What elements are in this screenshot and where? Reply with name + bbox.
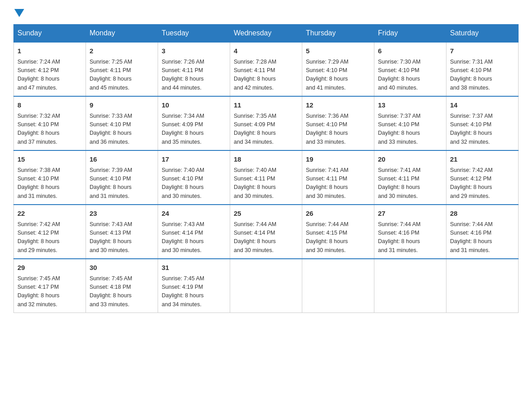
day-number: 21 xyxy=(450,154,515,165)
page-header xyxy=(13,9,519,15)
day-cell-16: 16Sunrise: 7:39 AMSunset: 4:10 PMDayligh… xyxy=(86,150,158,205)
day-cell-15: 15Sunrise: 7:38 AMSunset: 4:10 PMDayligh… xyxy=(14,150,86,205)
day-info: Sunrise: 7:35 AMSunset: 4:09 PMDaylight:… xyxy=(234,112,298,147)
day-number: 8 xyxy=(17,100,82,111)
day-number: 29 xyxy=(17,263,82,273)
day-info: Sunrise: 7:44 AMSunset: 4:16 PMDaylight:… xyxy=(450,220,515,255)
day-number: 22 xyxy=(17,209,82,219)
empty-cell xyxy=(230,259,302,313)
weekday-header-sunday: Sunday xyxy=(14,25,86,43)
day-cell-28: 28Sunrise: 7:44 AMSunset: 4:16 PMDayligh… xyxy=(446,205,519,259)
day-info: Sunrise: 7:42 AMSunset: 4:12 PMDaylight:… xyxy=(450,166,515,201)
week-row-5: 29Sunrise: 7:45 AMSunset: 4:17 PMDayligh… xyxy=(14,259,519,313)
day-cell-19: 19Sunrise: 7:41 AMSunset: 4:11 PMDayligh… xyxy=(302,150,374,205)
day-cell-8: 8Sunrise: 7:32 AMSunset: 4:10 PMDaylight… xyxy=(14,96,86,150)
day-cell-23: 23Sunrise: 7:43 AMSunset: 4:13 PMDayligh… xyxy=(86,205,158,259)
day-number: 5 xyxy=(306,46,370,56)
day-cell-10: 10Sunrise: 7:34 AMSunset: 4:09 PMDayligh… xyxy=(158,96,230,150)
day-info: Sunrise: 7:42 AMSunset: 4:12 PMDaylight:… xyxy=(17,220,82,255)
day-cell-3: 3Sunrise: 7:26 AMSunset: 4:11 PMDaylight… xyxy=(158,42,230,96)
day-number: 24 xyxy=(162,209,226,219)
empty-cell xyxy=(374,259,446,313)
week-row-2: 8Sunrise: 7:32 AMSunset: 4:10 PMDaylight… xyxy=(14,96,519,150)
day-info: Sunrise: 7:36 AMSunset: 4:10 PMDaylight:… xyxy=(306,112,370,147)
empty-cell xyxy=(446,259,519,313)
day-number: 13 xyxy=(378,100,442,111)
day-info: Sunrise: 7:26 AMSunset: 4:11 PMDaylight:… xyxy=(162,58,226,93)
day-cell-20: 20Sunrise: 7:41 AMSunset: 4:11 PMDayligh… xyxy=(374,150,446,205)
day-number: 28 xyxy=(450,209,515,219)
day-number: 16 xyxy=(90,154,154,165)
day-info: Sunrise: 7:41 AMSunset: 4:11 PMDaylight:… xyxy=(306,166,370,201)
weekday-header-row: SundayMondayTuesdayWednesdayThursdayFrid… xyxy=(14,25,519,43)
day-info: Sunrise: 7:25 AMSunset: 4:11 PMDaylight:… xyxy=(90,58,154,93)
day-number: 30 xyxy=(90,263,154,273)
day-number: 23 xyxy=(90,209,154,219)
day-cell-25: 25Sunrise: 7:44 AMSunset: 4:14 PMDayligh… xyxy=(230,205,302,259)
weekday-header-friday: Friday xyxy=(374,25,446,43)
day-info: Sunrise: 7:44 AMSunset: 4:16 PMDaylight:… xyxy=(378,220,442,255)
weekday-header-thursday: Thursday xyxy=(302,25,374,43)
day-number: 25 xyxy=(234,209,298,219)
logo-arrow-icon xyxy=(14,9,24,19)
day-info: Sunrise: 7:44 AMSunset: 4:15 PMDaylight:… xyxy=(306,220,370,255)
day-number: 14 xyxy=(450,100,515,111)
day-info: Sunrise: 7:24 AMSunset: 4:12 PMDaylight:… xyxy=(17,58,82,93)
day-info: Sunrise: 7:41 AMSunset: 4:11 PMDaylight:… xyxy=(378,166,442,201)
day-cell-18: 18Sunrise: 7:40 AMSunset: 4:11 PMDayligh… xyxy=(230,150,302,205)
day-info: Sunrise: 7:28 AMSunset: 4:11 PMDaylight:… xyxy=(234,58,298,93)
day-number: 11 xyxy=(234,100,298,111)
day-info: Sunrise: 7:38 AMSunset: 4:10 PMDaylight:… xyxy=(17,166,82,201)
day-info: Sunrise: 7:39 AMSunset: 4:10 PMDaylight:… xyxy=(90,166,154,201)
day-cell-11: 11Sunrise: 7:35 AMSunset: 4:09 PMDayligh… xyxy=(230,96,302,150)
weekday-header-wednesday: Wednesday xyxy=(230,25,302,43)
day-info: Sunrise: 7:40 AMSunset: 4:11 PMDaylight:… xyxy=(234,166,298,201)
day-info: Sunrise: 7:45 AMSunset: 4:19 PMDaylight:… xyxy=(162,274,226,309)
day-info: Sunrise: 7:29 AMSunset: 4:10 PMDaylight:… xyxy=(306,58,370,93)
day-cell-22: 22Sunrise: 7:42 AMSunset: 4:12 PMDayligh… xyxy=(14,205,86,259)
day-cell-4: 4Sunrise: 7:28 AMSunset: 4:11 PMDaylight… xyxy=(230,42,302,96)
week-row-4: 22Sunrise: 7:42 AMSunset: 4:12 PMDayligh… xyxy=(14,205,519,259)
day-cell-21: 21Sunrise: 7:42 AMSunset: 4:12 PMDayligh… xyxy=(446,150,519,205)
day-cell-14: 14Sunrise: 7:37 AMSunset: 4:10 PMDayligh… xyxy=(446,96,519,150)
day-info: Sunrise: 7:45 AMSunset: 4:18 PMDaylight:… xyxy=(90,274,154,309)
day-number: 9 xyxy=(90,100,154,111)
day-number: 15 xyxy=(17,154,82,165)
day-cell-17: 17Sunrise: 7:40 AMSunset: 4:10 PMDayligh… xyxy=(158,150,230,205)
day-info: Sunrise: 7:37 AMSunset: 4:10 PMDaylight:… xyxy=(450,112,515,147)
weekday-header-saturday: Saturday xyxy=(446,25,519,43)
day-info: Sunrise: 7:40 AMSunset: 4:10 PMDaylight:… xyxy=(162,166,226,201)
day-number: 31 xyxy=(162,263,226,273)
day-cell-30: 30Sunrise: 7:45 AMSunset: 4:18 PMDayligh… xyxy=(86,259,158,313)
day-info: Sunrise: 7:44 AMSunset: 4:14 PMDaylight:… xyxy=(234,220,298,255)
empty-cell xyxy=(302,259,374,313)
day-cell-7: 7Sunrise: 7:31 AMSunset: 4:10 PMDaylight… xyxy=(446,42,519,96)
day-number: 6 xyxy=(378,46,442,56)
weekday-header-monday: Monday xyxy=(86,25,158,43)
day-number: 1 xyxy=(17,46,82,56)
week-row-1: 1Sunrise: 7:24 AMSunset: 4:12 PMDaylight… xyxy=(14,42,519,96)
day-number: 3 xyxy=(162,46,226,56)
day-info: Sunrise: 7:33 AMSunset: 4:10 PMDaylight:… xyxy=(90,112,154,147)
day-number: 19 xyxy=(306,154,370,165)
day-info: Sunrise: 7:43 AMSunset: 4:13 PMDaylight:… xyxy=(90,220,154,255)
day-info: Sunrise: 7:31 AMSunset: 4:10 PMDaylight:… xyxy=(450,58,515,93)
day-number: 10 xyxy=(162,100,226,111)
day-info: Sunrise: 7:45 AMSunset: 4:17 PMDaylight:… xyxy=(17,274,82,309)
day-number: 7 xyxy=(450,46,515,56)
week-row-3: 15Sunrise: 7:38 AMSunset: 4:10 PMDayligh… xyxy=(14,150,519,205)
day-number: 27 xyxy=(378,209,442,219)
day-cell-27: 27Sunrise: 7:44 AMSunset: 4:16 PMDayligh… xyxy=(374,205,446,259)
day-info: Sunrise: 7:37 AMSunset: 4:10 PMDaylight:… xyxy=(378,112,442,147)
day-number: 12 xyxy=(306,100,370,111)
svg-marker-0 xyxy=(14,9,24,17)
day-cell-13: 13Sunrise: 7:37 AMSunset: 4:10 PMDayligh… xyxy=(374,96,446,150)
day-cell-6: 6Sunrise: 7:30 AMSunset: 4:10 PMDaylight… xyxy=(374,42,446,96)
calendar-table: SundayMondayTuesdayWednesdayThursdayFrid… xyxy=(13,24,519,313)
logo xyxy=(13,9,24,15)
day-number: 17 xyxy=(162,154,226,165)
day-cell-9: 9Sunrise: 7:33 AMSunset: 4:10 PMDaylight… xyxy=(86,96,158,150)
day-number: 20 xyxy=(378,154,442,165)
day-cell-31: 31Sunrise: 7:45 AMSunset: 4:19 PMDayligh… xyxy=(158,259,230,313)
day-info: Sunrise: 7:30 AMSunset: 4:10 PMDaylight:… xyxy=(378,58,442,93)
